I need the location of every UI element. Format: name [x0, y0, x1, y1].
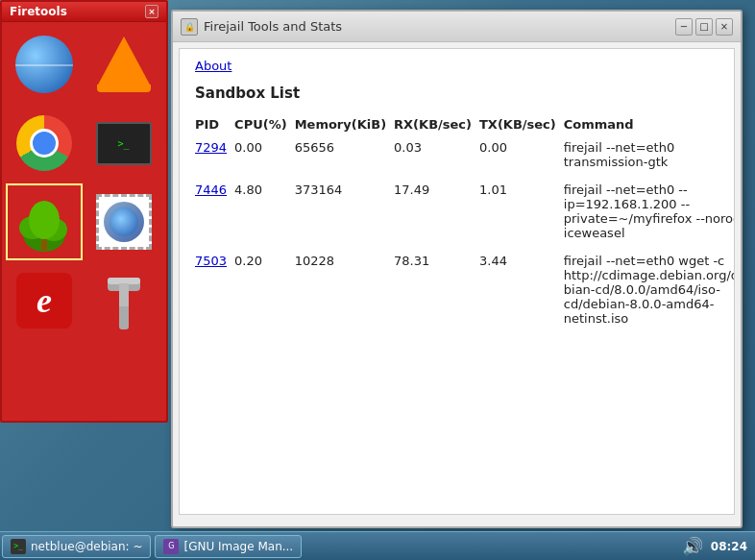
icon-grid: >_ [2, 22, 166, 343]
svg-rect-4 [41, 239, 47, 251]
taskbar-terminal-label: netblue@debian: ~ [31, 540, 142, 553]
memory-cell-2: 10228 [295, 251, 394, 329]
pid-cell-0[interactable]: 7294 [195, 137, 234, 172]
tx-cell-0: 0.00 [479, 137, 564, 172]
terminal-icon-inner: >_ [90, 110, 158, 177]
tool-icon-inner [90, 267, 158, 334]
taskbar-time: 08:24 [711, 540, 747, 553]
stamp-icon-cell[interactable] [85, 183, 162, 260]
globe-icon-inner [11, 31, 78, 98]
chrome-icon-cell[interactable] [6, 105, 83, 182]
row-spacer [195, 172, 735, 180]
tool-icon [100, 270, 148, 332]
tx-cell-1: 1.01 [479, 180, 564, 243]
firetools-close-btn[interactable]: × [145, 5, 158, 18]
command-cell-1: firejail --net=eth0 --ip=192.168.1.200 -… [564, 180, 735, 243]
sandbox-table: PID CPU(%) Memory(KiB) RX(KB/sec) TX(KB/… [195, 115, 735, 329]
terminal-icon: >_ [96, 122, 152, 165]
memory-cell-0: 65656 [295, 137, 394, 172]
globe-icon-cell[interactable] [6, 26, 83, 103]
firetools-title-label: Firetools [10, 5, 67, 18]
about-link[interactable]: About [195, 59, 231, 73]
taskbar-item-gimp[interactable]: G [GNU Image Man... [155, 535, 302, 558]
rx-cell-0: 0.03 [394, 137, 479, 172]
table-row: 7446 4.80 373164 17.49 1.01 firejail --n… [195, 180, 735, 243]
taskbar: >_ netblue@debian: ~ G [GNU Image Man...… [0, 531, 755, 560]
vlc-icon-cell[interactable] [85, 26, 162, 103]
terminal-text: >_ [117, 138, 129, 149]
e-icon-inner: e [11, 267, 78, 334]
svg-point-3 [29, 201, 60, 239]
sandbox-list-title: Sandbox List [195, 85, 718, 102]
firetools-title-buttons: × [145, 5, 158, 18]
pid-cell-1[interactable]: 7446 [195, 180, 234, 243]
taskbar-gimp-label: [GNU Image Man... [183, 540, 293, 553]
firetools-panel: Firetools × >_ [0, 0, 168, 423]
window-titlebar: 🔒 Firejail Tools and Stats − □ × [173, 12, 741, 42]
window-app-icon: 🔒 [181, 18, 198, 36]
chrome-icon [16, 115, 72, 171]
taskbar-right: 🔊 08:24 [682, 536, 755, 556]
col-rx: RX(KB/sec) [394, 115, 479, 137]
fire-icon [15, 191, 73, 254]
window-title-left: 🔒 Firejail Tools and Stats [181, 18, 342, 36]
memory-cell-1: 373164 [295, 180, 394, 243]
window-content: About Sandbox List PID CPU(%) Memory(KiB… [179, 48, 735, 515]
table-row: 7503 0.20 10228 78.31 3.44 firejail --ne… [195, 251, 735, 329]
col-command: Command [564, 115, 735, 137]
e-icon-cell[interactable]: e [6, 262, 83, 339]
terminal-taskbar-icon: >_ [11, 539, 26, 554]
col-cpu: CPU(%) [234, 115, 295, 137]
gimp-taskbar-icon: G [163, 539, 179, 554]
cpu-cell-1: 4.80 [234, 180, 295, 243]
stamp-icon-inner [90, 188, 158, 256]
col-memory: Memory(KiB) [295, 115, 394, 137]
rx-cell-1: 17.49 [394, 180, 479, 243]
stamp-globe [110, 207, 138, 236]
tool-icon-cell[interactable] [85, 262, 162, 339]
terminal-icon-cell[interactable]: >_ [85, 105, 162, 182]
cpu-cell-0: 0.00 [234, 137, 295, 172]
globe-icon [15, 36, 73, 93]
firetools-titlebar: Firetools × [2, 2, 166, 22]
firejail-window: 🔒 Firejail Tools and Stats − □ × About S… [171, 10, 743, 528]
chrome-icon-inner [11, 110, 78, 177]
col-pid: PID [195, 115, 234, 137]
stamp-icon [96, 194, 152, 250]
col-tx: TX(KB/sec) [479, 115, 564, 137]
cpu-cell-2: 0.20 [234, 251, 295, 329]
rx-cell-2: 78.31 [394, 251, 479, 329]
tx-cell-2: 3.44 [479, 251, 564, 329]
command-cell-0: firejail --net=eth0 transmission-gtk [564, 137, 735, 172]
vlc-cone-icon [97, 37, 151, 86]
e-icon: e [16, 273, 72, 329]
row-spacer [195, 243, 735, 251]
fire-icon-cell[interactable] [6, 183, 83, 260]
pid-cell-2[interactable]: 7503 [195, 251, 234, 329]
audio-icon[interactable]: 🔊 [682, 536, 703, 556]
window-title: Firejail Tools and Stats [204, 19, 342, 34]
svg-rect-7 [108, 278, 140, 284]
close-button[interactable]: × [716, 18, 733, 36]
stamp-inner [104, 202, 144, 242]
minimize-button[interactable]: − [675, 18, 693, 36]
table-header-row: PID CPU(%) Memory(KiB) RX(KB/sec) TX(KB/… [195, 115, 735, 137]
table-row: 7294 0.00 65656 0.03 0.00 firejail --net… [195, 137, 735, 172]
maximize-button[interactable]: □ [695, 18, 713, 36]
svg-rect-8 [119, 283, 129, 306]
vlc-icon-inner [90, 31, 158, 98]
fire-icon-inner [11, 188, 78, 256]
taskbar-item-terminal[interactable]: >_ netblue@debian: ~ [2, 535, 151, 558]
command-cell-2: firejail --net=eth0 wget -c http://cdima… [564, 251, 735, 329]
window-controls: − □ × [675, 18, 733, 36]
